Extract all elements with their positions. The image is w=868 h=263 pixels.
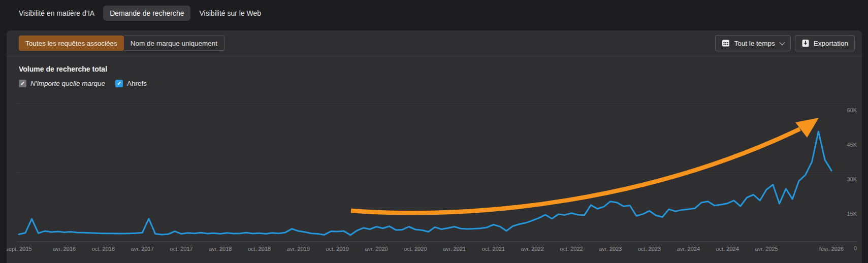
svg-text:avr. 2021: avr. 2021 xyxy=(443,246,466,252)
top-tab-bar: Visibilité en matière d’IA Demande de re… xyxy=(0,0,868,25)
svg-text:60K: 60K xyxy=(847,107,857,113)
time-range-label: Tout le temps xyxy=(734,40,775,47)
search-volume-chart[interactable]: 60K45K30K15K0sept. 2015avr. 2016oct. 201… xyxy=(7,92,862,263)
export-label: Exportation xyxy=(814,40,848,47)
query-filter-segmented-control: Toutes les requêtes associées Nom de mar… xyxy=(19,36,224,51)
svg-text:oct. 2020: oct. 2020 xyxy=(404,246,427,252)
calendar-icon xyxy=(722,39,730,47)
svg-text:avr. 2020: avr. 2020 xyxy=(365,246,388,252)
legend-item-any-brand[interactable]: ✓ N’importe quelle marque xyxy=(19,80,105,87)
checkbox-any-brand[interactable]: ✓ xyxy=(19,80,26,87)
toolbar-right-group: Tout le temps Exportation xyxy=(715,35,855,51)
svg-text:févr. 2026: févr. 2026 xyxy=(819,246,844,252)
svg-text:avr. 2016: avr. 2016 xyxy=(53,246,76,252)
filter-brand-only-button[interactable]: Nom de marque uniquement xyxy=(124,36,224,51)
download-icon xyxy=(801,39,810,47)
svg-text:avr. 2019: avr. 2019 xyxy=(287,246,310,252)
svg-text:oct. 2019: oct. 2019 xyxy=(326,246,349,252)
svg-text:avr. 2023: avr. 2023 xyxy=(599,246,622,252)
svg-text:oct. 2018: oct. 2018 xyxy=(248,246,271,252)
svg-text:oct. 2016: oct. 2016 xyxy=(92,246,115,252)
svg-text:avr. 2024: avr. 2024 xyxy=(677,246,700,252)
export-button[interactable]: Exportation xyxy=(795,35,855,51)
svg-text:sept. 2015: sept. 2015 xyxy=(7,246,32,252)
legend-item-ahrefs[interactable]: ✓ Ahrefs xyxy=(115,80,147,87)
tab-web-visibility[interactable]: Visibilité sur le Web xyxy=(192,6,268,21)
checkmark-icon: ✓ xyxy=(20,81,25,86)
svg-text:oct. 2024: oct. 2024 xyxy=(716,246,739,252)
svg-text:oct. 2017: oct. 2017 xyxy=(170,246,192,252)
tab-search-demand[interactable]: Demande de recherche xyxy=(103,6,190,21)
svg-text:30K: 30K xyxy=(847,176,857,182)
filter-all-related-queries-button[interactable]: Toutes les requêtes associées xyxy=(19,36,124,51)
chart-area[interactable]: 60K45K30K15K0sept. 2015avr. 2016oct. 201… xyxy=(7,92,862,263)
svg-text:avr. 2018: avr. 2018 xyxy=(209,246,232,252)
chart-toolbar: Toutes les requêtes associées Nom de mar… xyxy=(7,30,862,56)
svg-text:0: 0 xyxy=(854,245,857,251)
legend-label-any-brand: N’importe quelle marque xyxy=(30,80,105,87)
svg-text:15K: 15K xyxy=(847,211,857,217)
svg-text:oct. 2023: oct. 2023 xyxy=(638,246,661,252)
time-range-button[interactable]: Tout le temps xyxy=(715,35,790,51)
svg-text:avr. 2017: avr. 2017 xyxy=(131,246,154,252)
checkbox-ahrefs[interactable]: ✓ xyxy=(115,80,123,87)
svg-text:oct. 2022: oct. 2022 xyxy=(560,246,583,252)
svg-text:avr. 2025: avr. 2025 xyxy=(755,246,778,252)
chart-legend: ✓ N’importe quelle marque ✓ Ahrefs xyxy=(19,80,850,87)
chevron-down-icon xyxy=(779,40,785,45)
svg-text:45K: 45K xyxy=(847,142,857,148)
legend-label-ahrefs: Ahrefs xyxy=(127,80,147,87)
search-demand-panel: Toutes les requêtes associées Nom de mar… xyxy=(7,30,862,263)
tab-ai-visibility[interactable]: Visibilité en matière d’IA xyxy=(12,6,101,21)
checkmark-icon: ✓ xyxy=(117,81,121,86)
svg-text:avr. 2022: avr. 2022 xyxy=(521,246,544,252)
chart-title: Volume de recherche total xyxy=(19,65,850,73)
svg-text:oct. 2021: oct. 2021 xyxy=(482,246,505,252)
